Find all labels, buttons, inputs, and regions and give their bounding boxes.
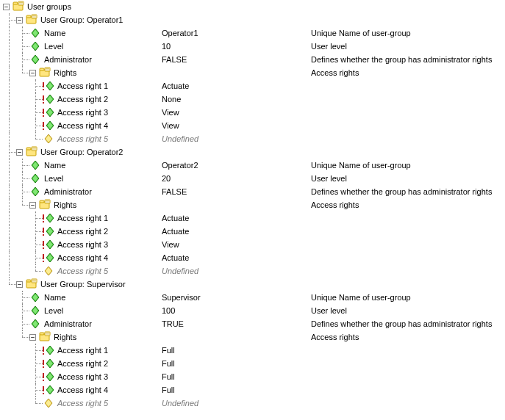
right-node[interactable]: Access right 5Undefined — [3, 397, 505, 410]
tree-branch — [16, 79, 29, 93]
right-label: Access right 3 — [57, 240, 108, 249]
diamond-icon — [43, 120, 54, 131]
group-node[interactable]: −User Group: Operator2 — [3, 145, 505, 159]
tree-branch — [3, 397, 16, 410]
property-node[interactable]: AdministratorFALSEDefines whether the gr… — [3, 53, 505, 66]
right-node[interactable]: Access right 2Actuate — [3, 225, 505, 238]
tree-branch — [29, 211, 43, 225]
prop-desc: Defines whether the group has administra… — [311, 319, 492, 328]
right-value: Actuate — [162, 214, 189, 222]
right-label: Access right 4 — [57, 253, 108, 262]
tree-branch — [16, 132, 29, 145]
prop-value: Operator1 — [162, 29, 198, 37]
property-node[interactable]: AdministratorFALSEDefines whether the gr… — [3, 185, 505, 198]
right-value: Full — [162, 359, 175, 368]
tree-branch — [3, 370, 16, 383]
tree-branch — [3, 357, 16, 370]
group-node[interactable]: −User Group: Operator1 — [3, 13, 505, 26]
tree-branch — [16, 397, 29, 410]
folder-icon — [26, 278, 37, 290]
tree-branch — [3, 106, 16, 119]
right-node[interactable]: Access right 2Full — [3, 357, 505, 370]
right-node[interactable]: Access right 5Undefined — [3, 264, 505, 278]
rights-label: Rights — [54, 68, 76, 77]
diamond-icon — [29, 186, 41, 198]
group-node[interactable]: −User Group: Supervisor — [3, 278, 505, 291]
tree-branch — [3, 53, 16, 66]
tree-branch — [3, 291, 16, 304]
rights-node[interactable]: −RightsAccess rights — [3, 198, 505, 211]
right-value: None — [162, 95, 181, 104]
diamond-icon — [43, 371, 54, 383]
property-node[interactable]: NameOperator2Unique Name of user-group — [3, 159, 505, 172]
right-node[interactable]: Access right 5Undefined — [3, 132, 505, 145]
prop-value: Supervisor — [162, 293, 201, 302]
right-node[interactable]: Access right 3View — [3, 238, 505, 251]
tree-branch — [16, 40, 29, 53]
right-node[interactable]: Access right 4Full — [3, 383, 505, 397]
root-node[interactable]: −User groups — [3, 0, 505, 13]
tree-branch — [3, 264, 16, 278]
property-node[interactable]: NameOperator1Unique Name of user-group — [3, 26, 505, 40]
prop-label: Administrator — [44, 55, 92, 64]
right-value: Full — [162, 346, 175, 355]
property-node[interactable]: AdministratorTRUEDefines whether the gro… — [3, 317, 505, 330]
expand-toggle[interactable]: − — [16, 149, 23, 156]
tree-branch — [16, 344, 29, 357]
folder-icon — [12, 1, 24, 12]
folder-icon — [39, 67, 51, 79]
expand-toggle[interactable]: − — [16, 17, 23, 23]
group-header: User Group: Operator2 — [40, 148, 123, 156]
property-node[interactable]: NameSupervisorUnique Name of user-group — [3, 291, 505, 304]
right-node[interactable]: Access right 4Actuate — [3, 251, 505, 264]
right-node[interactable]: Access right 3View — [3, 106, 505, 119]
folder-icon — [39, 331, 51, 343]
right-value: Actuate — [162, 227, 189, 236]
tree-branch — [3, 344, 16, 357]
tree-branch — [16, 106, 29, 119]
diamond-icon — [43, 212, 54, 224]
diamond-icon — [29, 40, 41, 52]
prop-value: 10 — [162, 42, 171, 51]
right-label: Access right 5 — [57, 399, 108, 408]
tree-branch — [16, 172, 29, 185]
prop-label: Name — [44, 161, 65, 170]
right-node[interactable]: Access right 1Actuate — [3, 79, 505, 93]
expand-toggle[interactable]: − — [16, 281, 23, 288]
tree-branch — [3, 330, 16, 344]
expand-toggle[interactable]: − — [29, 202, 36, 209]
tree-branch — [16, 330, 29, 344]
right-node[interactable]: Access right 3Full — [3, 370, 505, 383]
rights-node[interactable]: −RightsAccess rights — [3, 66, 505, 79]
prop-desc: User level — [311, 306, 347, 315]
rights-node[interactable]: −RightsAccess rights — [3, 330, 505, 344]
diamond-icon — [29, 305, 41, 316]
right-node[interactable]: Access right 1Full — [3, 344, 505, 357]
prop-desc: Unique Name of user-group — [311, 293, 411, 302]
tree-branch — [3, 79, 16, 93]
property-node[interactable]: Level20User level — [3, 172, 505, 185]
tree-branch — [29, 79, 43, 93]
tree-branch — [29, 383, 43, 397]
tree-branch — [29, 397, 43, 410]
tree-branch — [16, 370, 29, 383]
right-node[interactable]: Access right 4View — [3, 119, 505, 132]
folder-icon — [26, 146, 37, 158]
right-node[interactable]: Access right 2None — [3, 93, 505, 106]
tree-branch — [29, 132, 43, 145]
right-label: Access right 1 — [57, 82, 108, 90]
tree-branch — [29, 251, 43, 264]
tree-branch — [16, 251, 29, 264]
property-node[interactable]: Level10User level — [3, 40, 505, 53]
tree-branch — [3, 198, 16, 211]
expand-toggle[interactable]: − — [3, 4, 10, 10]
tree-branch — [16, 198, 29, 211]
right-value: View — [162, 108, 179, 117]
prop-value: 100 — [162, 306, 175, 315]
right-value: Undefined — [162, 134, 198, 143]
diamond-icon — [43, 344, 54, 356]
expand-toggle[interactable]: − — [29, 70, 36, 76]
expand-toggle[interactable]: − — [29, 334, 36, 341]
right-node[interactable]: Access right 1Actuate — [3, 211, 505, 225]
property-node[interactable]: Level100User level — [3, 304, 505, 317]
